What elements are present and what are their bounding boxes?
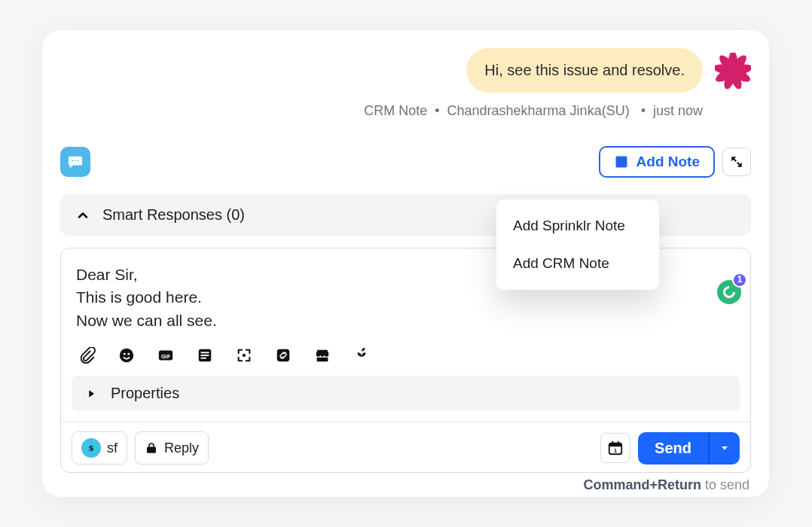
properties-label: Properties [111, 385, 179, 402]
schedule-button[interactable]: 1 [600, 433, 630, 463]
add-sprinklr-note-item[interactable]: Add Sprinklr Note [496, 207, 659, 245]
expand-button[interactable] [722, 148, 751, 176]
note-icon [614, 154, 629, 169]
svg-text:1: 1 [614, 447, 617, 454]
send-button[interactable]: Send [638, 432, 708, 465]
smart-responses-label: Smart Responses (0) [102, 206, 245, 224]
message-source: CRM Note [364, 103, 427, 118]
plant-icon[interactable] [353, 347, 370, 364]
card: Hi, see this issue and resolve. [42, 30, 769, 497]
svg-rect-24 [612, 441, 614, 445]
add-note-button[interactable]: Add Note [599, 146, 715, 178]
chevron-up-icon [75, 208, 90, 223]
shortcut-suffix: to send [701, 477, 749, 492]
lock-icon [145, 441, 158, 455]
svg-point-10 [120, 349, 133, 362]
svg-rect-25 [618, 441, 619, 445]
send-group: 1 Send [600, 432, 740, 465]
toolbar: Add Note [60, 146, 751, 178]
message-meta: CRM Note • Chandrashekharma Jinka(SU) • … [60, 103, 703, 119]
text-block-icon[interactable] [197, 347, 213, 364]
incoming-message-row: Hi, see this issue and resolve. [60, 48, 751, 93]
caret-right-icon [85, 388, 97, 400]
compose-footer: s sf Reply 1 Send [61, 422, 750, 472]
gif-icon[interactable]: GIF [157, 347, 174, 364]
send-dropdown-button[interactable] [708, 432, 740, 465]
compose-line: Now we can all see. [76, 309, 735, 332]
chat-icon[interactable] [60, 147, 90, 177]
sf-label: sf [107, 440, 118, 456]
properties-toggle[interactable]: Properties [72, 376, 740, 411]
toolbar-right: Add Note [599, 146, 751, 178]
svg-rect-17 [201, 355, 209, 356]
shortcut-text: Command+Return [583, 477, 701, 492]
chip-group: s sf Reply [72, 431, 209, 465]
reply-chip[interactable]: Reply [135, 431, 209, 465]
svg-point-11 [124, 353, 126, 355]
grammarly-count: 1 [732, 273, 747, 288]
chat-bubble-icon [67, 154, 84, 170]
svg-rect-18 [201, 358, 206, 359]
store-icon[interactable] [314, 347, 331, 364]
svg-point-12 [127, 353, 130, 355]
message-author: Chandrashekharma Jinka(SU) [447, 103, 630, 118]
send-split: Send [638, 432, 740, 465]
reply-label: Reply [164, 440, 199, 456]
message-text: Hi, see this issue and resolve. [484, 62, 685, 78]
salesforce-icon: s [81, 438, 101, 458]
svg-rect-19 [243, 354, 246, 357]
svg-text:GIF: GIF [161, 353, 171, 360]
emoji-icon[interactable] [118, 347, 135, 364]
attachment-icon[interactable] [79, 347, 96, 364]
message-time: just now [653, 103, 703, 118]
caret-down-icon [719, 442, 731, 454]
svg-rect-16 [201, 352, 209, 354]
scan-icon[interactable] [236, 347, 252, 364]
sf-chip[interactable]: s sf [72, 431, 127, 465]
flower-icon [715, 53, 751, 89]
send-hint: Command+Return to send [60, 477, 751, 493]
compose-toolbar: GIF [61, 338, 750, 371]
avatar [715, 53, 751, 89]
expand-icon [730, 155, 743, 169]
send-label: Send [655, 440, 691, 456]
add-crm-note-item[interactable]: Add CRM Note [496, 245, 659, 282]
svg-rect-20 [277, 349, 290, 362]
compose-line: This is good here. [76, 286, 735, 309]
add-note-label: Add Note [636, 154, 700, 170]
add-note-menu: Add Sprinklr Note Add CRM Note [496, 200, 659, 290]
link-icon[interactable] [275, 347, 292, 364]
calendar-icon: 1 [607, 440, 624, 456]
message-bubble: Hi, see this issue and resolve. [466, 48, 703, 93]
